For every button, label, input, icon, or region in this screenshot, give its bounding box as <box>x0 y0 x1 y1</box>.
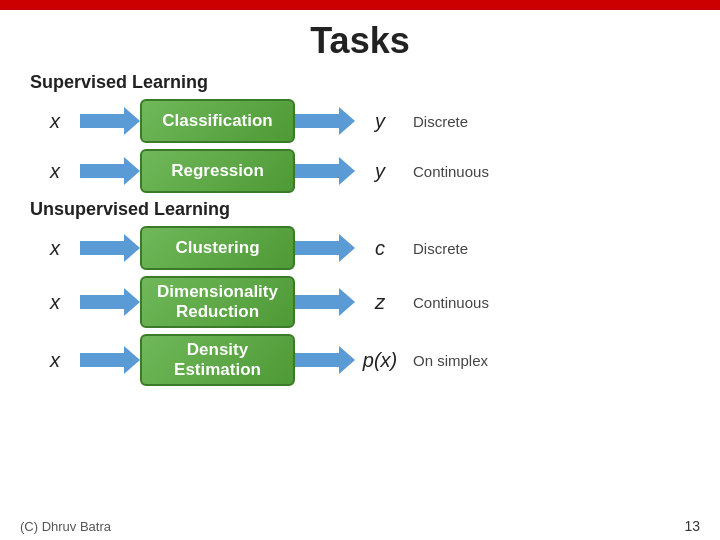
supervised-section: Supervised Learning x Classification y D… <box>30 72 690 193</box>
arrow-out-dimred <box>295 288 355 316</box>
arrow-in-density <box>80 346 140 374</box>
clustering-input: x <box>30 237 80 260</box>
dimred-output: z <box>355 291 405 314</box>
dimred-row: x Dimensionality Reduction z Continuous <box>30 276 690 328</box>
supervised-label: Supervised Learning <box>30 72 690 93</box>
classification-box: Classification <box>140 99 295 143</box>
clustering-box: Clustering <box>140 226 295 270</box>
arrow-in-regression <box>80 157 140 185</box>
regression-desc: Continuous <box>405 163 495 180</box>
arrow-in-classification <box>80 107 140 135</box>
top-bar <box>0 0 720 10</box>
page-number: 13 <box>684 518 700 534</box>
arrow-in-clustering <box>80 234 140 262</box>
classification-row: x Classification y Discrete <box>30 99 690 143</box>
dimred-box: Dimensionality Reduction <box>140 276 295 328</box>
page-title: Tasks <box>0 10 720 66</box>
unsupervised-section: Unsupervised Learning x Clustering c Dis… <box>30 199 690 386</box>
arrow-out-density <box>295 346 355 374</box>
arrow-out-regression <box>295 157 355 185</box>
unsupervised-label: Unsupervised Learning <box>30 199 690 220</box>
clustering-row: x Clustering c Discrete <box>30 226 690 270</box>
clustering-output: c <box>355 237 405 260</box>
density-row: x Density Estimation p(x) On simplex <box>30 334 690 386</box>
regression-output: y <box>355 160 405 183</box>
regression-row: x Regression y Continuous <box>30 149 690 193</box>
density-box: Density Estimation <box>140 334 295 386</box>
arrow-in-dimred <box>80 288 140 316</box>
dimred-desc: Continuous <box>405 294 495 311</box>
footer-label: (C) Dhruv Batra <box>20 519 111 534</box>
classification-output: y <box>355 110 405 133</box>
dimred-input: x <box>30 291 80 314</box>
density-desc: On simplex <box>405 352 495 369</box>
density-input: x <box>30 349 80 372</box>
density-output: p(x) <box>355 349 405 372</box>
classification-desc: Discrete <box>405 113 495 130</box>
clustering-desc: Discrete <box>405 240 495 257</box>
regression-input: x <box>30 160 80 183</box>
regression-box: Regression <box>140 149 295 193</box>
classification-input: x <box>30 110 80 133</box>
arrow-out-clustering <box>295 234 355 262</box>
arrow-out-classification <box>295 107 355 135</box>
